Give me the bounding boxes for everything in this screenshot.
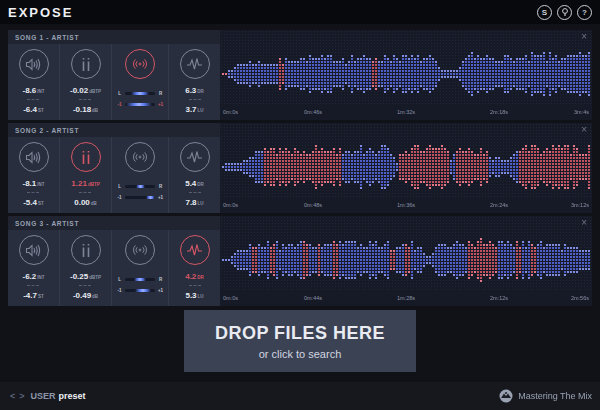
song-row: SONG 3 - ARTIST -6.2INT	[8, 216, 592, 306]
song-header: SONG 3 - ARTIST	[8, 216, 220, 230]
help-icon[interactable]: ?	[577, 5, 592, 20]
metric-loudness: -8.6INT -6.4ST	[8, 44, 60, 120]
bulb-icon[interactable]	[557, 5, 572, 20]
balance-meter: L R	[116, 274, 164, 285]
metric-dynamics: 4.2DR 5.3LU	[169, 230, 220, 306]
metric-loudness: -8.1INT -5.4ST	[8, 137, 60, 213]
time-label: 2m:18s	[490, 109, 508, 115]
pulse-icon[interactable]	[180, 142, 210, 172]
stereo-meters: L R -1 +1	[112, 88, 168, 110]
value-divider	[27, 192, 39, 193]
close-icon[interactable]: ×	[581, 217, 587, 228]
time-label: 3m:12s	[571, 202, 589, 208]
waveform-panel: × 0m:0s0m:46s1m:32s2m:18s3m:4s	[220, 30, 592, 120]
song-row: SONG 1 - ARTIST -8.6INT	[8, 30, 592, 120]
time-label: 2m:24s	[490, 202, 508, 208]
stereo-field-icon[interactable]	[125, 142, 155, 172]
metrics: -6.2INT -4.7ST	[8, 230, 220, 306]
timeline: 0m:0s0m:48s1m:36s2m:24s3m:12s	[220, 199, 592, 213]
balance-meter: L R	[116, 181, 164, 192]
topbar-icons: S ?	[537, 5, 592, 20]
metric-stereo: L R -1 +1	[112, 137, 169, 213]
preset-next-button[interactable]: >	[17, 391, 26, 401]
time-label: 3m:4s	[574, 109, 589, 115]
pulse-icon[interactable]	[180, 49, 210, 79]
correlation-bar	[125, 196, 155, 199]
level-bars-icon[interactable]	[71, 49, 101, 79]
value-divider	[189, 192, 201, 193]
metric-dynamics: 5.4DR 7.8LU	[169, 137, 220, 213]
value-divider	[189, 285, 201, 286]
close-icon[interactable]: ×	[581, 124, 587, 135]
level-bars-icon[interactable]	[71, 235, 101, 265]
time-label: 0m:0s	[223, 202, 238, 208]
value-divider	[189, 99, 201, 100]
pulse-icon[interactable]	[180, 235, 210, 265]
footer-bar: < > USER preset Mastering The Mix	[0, 382, 600, 410]
correlation-meter: -1 +1	[116, 285, 164, 296]
mastering-the-mix-logo	[499, 389, 513, 403]
value-divider	[79, 99, 91, 100]
close-icon[interactable]: ×	[581, 31, 587, 42]
balance-meter: L R	[116, 88, 164, 99]
metric-stereo: L R -1 +1	[112, 230, 169, 306]
drop-title: DROP FILES HERE	[215, 323, 385, 344]
stereo-meters: L R -1 +1	[112, 274, 168, 296]
timeline: 0m:0s0m:44s1m:28s2m:12s2m:56s	[220, 292, 592, 306]
timeline: 0m:0s0m:46s1m:32s2m:18s3m:4s	[220, 106, 592, 120]
metric-dynamics: 6.3DR 3.7LU	[169, 44, 220, 120]
waveform-panel: × 0m:0s0m:48s1m:36s2m:24s3m:12s	[220, 123, 592, 213]
value-divider	[27, 285, 39, 286]
app-title: EXPOSE	[8, 5, 73, 20]
time-label: 0m:48s	[304, 202, 322, 208]
song-header: SONG 2 - ARTIST	[8, 123, 220, 137]
time-label: 0m:46s	[304, 109, 322, 115]
time-label: 2m:12s	[490, 295, 508, 301]
waveform-panel: × 0m:0s0m:44s1m:28s2m:12s2m:56s	[220, 216, 592, 306]
song-header: SONG 1 - ARTIST	[8, 30, 220, 44]
stereo-field-icon[interactable]	[125, 235, 155, 265]
bulb-glyph	[561, 8, 569, 17]
time-label: 2m:56s	[571, 295, 589, 301]
time-label: 0m:0s	[223, 109, 238, 115]
preset-type-label: USER	[31, 391, 56, 401]
metric-peaks: 1.21dBTP 0.00dB	[60, 137, 112, 213]
stereo-meters: L R -1 +1	[112, 181, 168, 203]
song-list: SONG 1 - ARTIST -8.6INT	[0, 24, 600, 306]
value-divider	[79, 192, 91, 193]
metric-stereo: L R -1 +1	[112, 44, 169, 120]
time-label: 0m:0s	[223, 295, 238, 301]
song-title: SONG 1 - ARTIST	[15, 34, 79, 41]
speaker-icon[interactable]	[19, 142, 49, 172]
waveform-canvas[interactable]	[220, 216, 592, 292]
metric-loudness: -6.2INT -4.7ST	[8, 230, 60, 306]
stereo-field-icon[interactable]	[125, 49, 155, 79]
balance-bar	[125, 185, 155, 188]
drop-subtitle: or click to search	[259, 348, 342, 360]
waveform-canvas[interactable]	[220, 30, 592, 106]
preset-name[interactable]: preset	[59, 391, 86, 401]
speaker-icon[interactable]	[19, 235, 49, 265]
value-divider	[79, 285, 91, 286]
time-label: 1m:28s	[397, 295, 415, 301]
preset-prev-button[interactable]: <	[8, 391, 17, 401]
waveform-canvas[interactable]	[220, 123, 592, 199]
song-row: SONG 2 - ARTIST -8.1INT	[8, 123, 592, 213]
balance-bar	[125, 92, 155, 95]
song-metrics-panel: SONG 1 - ARTIST -8.6INT	[8, 30, 220, 120]
song-metrics-panel: SONG 2 - ARTIST -8.1INT	[8, 123, 220, 213]
settings-icon[interactable]: S	[537, 5, 552, 20]
correlation-bar	[125, 103, 155, 106]
time-label: 1m:32s	[397, 109, 415, 115]
drop-files-area[interactable]: DROP FILES HERE or click to search	[184, 310, 416, 372]
speaker-icon[interactable]	[19, 49, 49, 79]
song-title: SONG 2 - ARTIST	[15, 127, 79, 134]
metrics: -8.1INT -5.4ST	[8, 137, 220, 213]
song-title: SONG 3 - ARTIST	[15, 220, 79, 227]
correlation-meter: -1 +1	[116, 99, 164, 110]
correlation-bar	[125, 289, 155, 292]
metrics: -8.6INT -6.4ST	[8, 44, 220, 120]
time-label: 1m:36s	[397, 202, 415, 208]
metric-peaks: -0.25dBTP -0.49dB	[60, 230, 112, 306]
level-bars-icon[interactable]	[71, 142, 101, 172]
